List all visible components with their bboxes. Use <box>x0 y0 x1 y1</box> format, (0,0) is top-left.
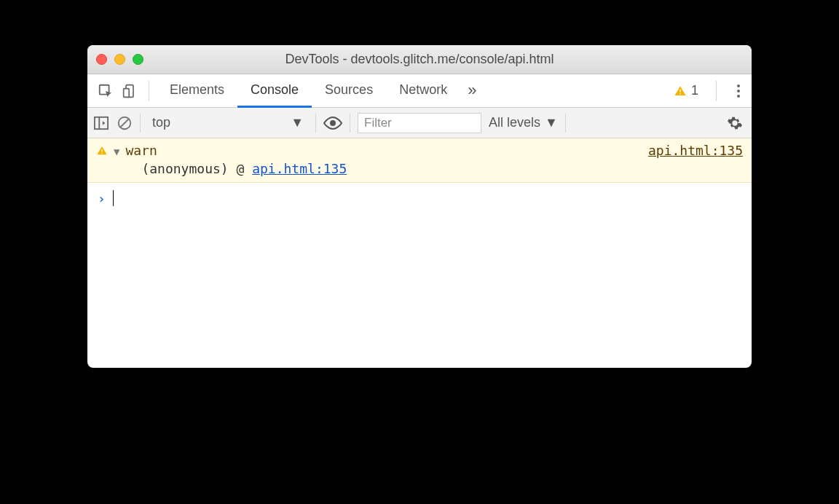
svg-line-8 <box>121 119 129 127</box>
chevron-down-icon: ▼ <box>291 115 304 130</box>
log-levels-label: All levels <box>489 115 540 130</box>
console-settings-icon[interactable] <box>727 115 743 131</box>
svg-rect-4 <box>680 93 681 95</box>
tab-sources[interactable]: Sources <box>312 74 386 108</box>
svg-rect-2 <box>124 88 130 97</box>
svg-rect-5 <box>95 117 108 128</box>
live-expression-icon[interactable] <box>323 117 342 130</box>
devtools-window: DevTools - devtools.glitch.me/console/ap… <box>87 45 752 368</box>
svg-rect-3 <box>680 89 681 92</box>
console-output: ▼ warn (anonymous) @ api.html:135 api.ht… <box>87 138 752 368</box>
separator <box>315 114 316 133</box>
tab-elements[interactable]: Elements <box>157 74 237 108</box>
tab-network[interactable]: Network <box>386 74 460 108</box>
log-levels-select[interactable]: All levels ▼ <box>489 115 558 130</box>
warnings-indicator[interactable]: 1 <box>674 83 698 98</box>
separator <box>149 81 149 101</box>
clear-console-icon[interactable] <box>117 115 133 131</box>
window-title: DevTools - devtools.glitch.me/console/ap… <box>87 52 752 67</box>
log-message: warn <box>125 143 347 158</box>
warning-icon <box>96 145 108 157</box>
warning-icon <box>674 84 687 98</box>
console-toolbar: top ▼ All levels ▼ <box>87 108 752 138</box>
device-toolbar-icon[interactable] <box>122 83 137 99</box>
tabs-overflow-button[interactable]: » <box>460 74 484 108</box>
console-entry-warn[interactable]: ▼ warn (anonymous) @ api.html:135 api.ht… <box>87 138 752 183</box>
window-zoom-button[interactable] <box>133 54 143 65</box>
warnings-count: 1 <box>691 83 698 98</box>
disclosure-triangle-icon[interactable]: ▼ <box>114 146 119 157</box>
svg-rect-11 <box>101 153 102 154</box>
console-prompt[interactable]: › <box>87 183 752 213</box>
separator <box>350 114 350 133</box>
tab-console[interactable]: Console <box>237 74 312 108</box>
window-close-button[interactable] <box>96 54 107 65</box>
inspect-element-icon[interactable] <box>98 83 114 99</box>
window-titlebar: DevTools - devtools.glitch.me/console/ap… <box>87 45 752 74</box>
devtools-tabs: Elements Console Sources Network » <box>157 74 674 107</box>
separator <box>140 114 141 133</box>
filter-input[interactable] <box>358 113 481 133</box>
svg-point-9 <box>330 120 336 126</box>
more-options-button[interactable] <box>734 82 743 101</box>
svg-rect-10 <box>101 149 102 151</box>
console-sidebar-toggle-icon[interactable] <box>93 116 109 130</box>
separator <box>716 81 717 101</box>
text-cursor <box>113 190 114 206</box>
stack-frame-link[interactable]: api.html:135 <box>252 161 347 176</box>
chevron-down-icon: ▼ <box>545 115 558 130</box>
devtools-tabs-row: Elements Console Sources Network » 1 <box>87 74 752 108</box>
traffic-lights <box>96 54 143 65</box>
stack-frame-at: @ <box>237 161 245 176</box>
message-source-link[interactable]: api.html:135 <box>648 143 743 158</box>
stack-frame-name: (anonymous) <box>141 161 228 176</box>
window-minimize-button[interactable] <box>114 54 125 65</box>
stack-frame: (anonymous) @ api.html:135 <box>141 161 347 176</box>
execution-context-value: top <box>152 115 170 130</box>
separator <box>565 114 566 133</box>
prompt-caret-icon: › <box>98 191 106 206</box>
execution-context-select[interactable]: top ▼ <box>148 114 308 132</box>
